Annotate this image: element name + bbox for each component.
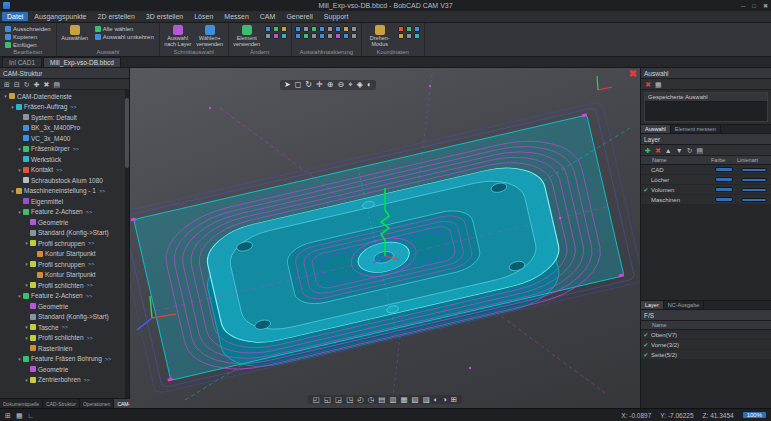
layer-linetype-swatch[interactable] [741,168,767,172]
layer-row[interactable]: Löcher [641,175,771,185]
selection-tab-element-messen[interactable]: Element messen [671,125,721,133]
tree-item[interactable]: Standard (Konfig->Start) [0,312,129,323]
ribbon-grid-button-11[interactable] [319,33,325,39]
ribbon-grid-button-2[interactable] [281,26,287,32]
tree-item[interactable]: ▾Fräsen-Auftrag>> [0,102,129,113]
status-snap-icon[interactable]: ⊞ [5,412,11,419]
tree-item[interactable]: BK_3x_M400Pro [0,123,129,134]
ribbon-grid-button-2[interactable] [311,26,317,32]
tree-item[interactable]: ▾Kontakt>> [0,165,129,176]
layer-delete-icon[interactable]: ✖ [655,147,661,154]
layer-up-icon[interactable]: ▲ [665,147,672,154]
panel-tab-operationen[interactable]: Operationen [80,399,115,408]
tree-expander-icon[interactable]: ▾ [16,356,23,362]
ribbon-grid-button-0[interactable] [265,26,271,32]
tree-item[interactable]: ▾Profil schlichten>> [0,280,129,291]
tree-item[interactable]: Schraubstock Alum 1080 [0,175,129,186]
layer-color-swatch[interactable] [715,167,733,172]
layer-linetype-swatch[interactable] [741,198,767,202]
rotate-cw-icon[interactable]: ◷ [368,396,375,404]
layer-tab-nc-ausgabe[interactable]: NC-Ausgabe [664,301,705,309]
tree-collapse-all-icon[interactable]: ⊟ [14,81,20,88]
tree-expander-icon[interactable]: ▾ [23,282,30,288]
tree-scrollbar[interactable] [125,90,129,398]
minimize-button[interactable]: ─ [741,3,745,9]
fs-check-icon[interactable]: ✔ [641,351,651,358]
section-icon[interactable]: ▨ [423,396,430,404]
tree-item[interactable]: Werkstück [0,154,129,165]
shaded-icon[interactable]: ▦ [401,396,408,404]
layer-linetype-swatch[interactable] [741,188,767,192]
tree-scrollbar-thumb[interactable] [125,98,129,168]
viewport-3d[interactable]: ➤◻↻✛⊕⊖⌖◈◐ ✖ ◰◱◲◳◴◷▤▥▦▧▨◐◑⊞ [130,68,640,408]
zoom-fit-icon[interactable]: ⌖ [348,81,353,89]
ribbon-grid-button-14[interactable] [343,33,349,39]
menu-item-2d-erstellen[interactable]: 2D erstellen [93,12,140,21]
panel-tab-cad-struktur[interactable]: CAD-Struktur [43,399,80,408]
ribbon-grid-button-5[interactable] [335,26,341,32]
tree-expander-icon[interactable]: ▾ [2,93,9,99]
ribbon-grid-button-3[interactable] [319,26,325,32]
layer-options-icon[interactable]: ▤ [697,147,704,154]
tree-item[interactable]: ▾Tasche>> [0,322,129,333]
fs-row[interactable]: ✔Vorne(3/2) [641,340,771,350]
fs-row[interactable]: ✔Oben(V7) [641,330,771,340]
ribbon-button-auswahl-nach-layer[interactable]: Auswahl nach Layer [163,24,193,49]
close-button[interactable]: ✖ [763,2,768,9]
view-cube-icon[interactable]: ◈ [357,81,363,89]
layer-check-icon[interactable]: ✔ [641,186,651,193]
panel-tab-dokumentquelle[interactable]: Dokumentquelle [0,399,43,408]
ribbon-button-auswahl-umkehren[interactable]: Auswahl umkehren [93,33,156,40]
tree-item[interactable]: VC_3x_M400 [0,133,129,144]
ribbon-grid-button-15[interactable] [351,33,357,39]
menu-item-generell[interactable]: Generell [281,12,317,21]
ribbon-grid-button-4[interactable] [327,26,333,32]
fs-check-icon[interactable]: ✔ [641,341,651,348]
fs-row[interactable]: ✔Seite(5/2) [641,350,771,360]
tree-item[interactable]: ▾Feature 2-Achsen>> [0,291,129,302]
ribbon-grid-button-9[interactable] [303,33,309,39]
tree-item[interactable]: Rasterlinien [0,343,129,354]
menu-item-messen[interactable]: Messen [219,12,254,21]
ribbon-grid-button-8[interactable] [295,33,301,39]
layer-linetype-swatch[interactable] [741,178,767,182]
clear-selection-icon[interactable]: ✖ [645,81,651,88]
ribbon-button-ausschneiden[interactable]: Ausschneiden [3,25,53,32]
tree-refresh-icon[interactable]: ↻ [24,81,30,88]
ribbon-grid-button-13[interactable] [335,33,341,39]
menu-item-cam[interactable]: CAM [255,12,281,21]
tree-expander-icon[interactable]: ▾ [16,167,23,173]
tree-expander-icon[interactable]: ▾ [9,188,16,194]
ribbon-grid-button-12[interactable] [327,33,333,39]
tree-expand-all-icon[interactable]: ⊞ [4,81,10,88]
status-ortho-icon[interactable]: ∟ [28,412,35,419]
tree-item[interactable]: Kontur Startpunkt [0,270,129,281]
menu-item-3d-erstellen[interactable]: 3D erstellen [141,12,188,21]
tree-expander-icon[interactable]: ▾ [16,293,23,299]
hidden-line-icon[interactable]: ▥ [389,396,396,404]
tree-add-icon[interactable]: ✚ [34,81,40,88]
tree-item[interactable]: Geometrie [0,217,129,228]
tree-expander-icon[interactable]: ▾ [9,104,16,110]
maximize-button[interactable]: □ [752,3,756,9]
ribbon-grid-button-0[interactable] [398,26,404,32]
menu-item-support[interactable]: Support [319,12,354,21]
ribbon-grid-button-4[interactable] [406,33,412,39]
tree-item[interactable]: ▾CAM-Datendienste [0,91,129,102]
hatch-icon[interactable]: ▧ [412,396,419,404]
tree-item[interactable]: ▾Profil schruppen>> [0,259,129,270]
ribbon-button-wählen-verwenden-layer[interactable]: Wählen+ verwenden Layer [195,24,225,49]
ribbon-grid-button-5[interactable] [281,33,287,39]
ribbon-button-einfügen[interactable]: Einfügen [3,41,53,48]
tree-item[interactable]: ▾Feature Fräsen Bohrung>> [0,354,129,365]
tree-item[interactable]: Geometrie [0,301,129,312]
grid-toggle-icon[interactable]: ⊞ [451,396,457,404]
document-tab-mill-exp-vso-db-bbcd[interactable]: Mill_Exp-vso-DB.bbcd [43,57,121,67]
ribbon-grid-button-1[interactable] [406,26,412,32]
view-right-icon[interactable]: ◲ [335,396,342,404]
menu-item-datei[interactable]: Datei [2,12,28,21]
fs-check-icon[interactable]: ✔ [641,331,651,338]
ribbon-grid-button-10[interactable] [311,33,317,39]
layer-row[interactable]: CAD [641,165,771,175]
ribbon-grid-button-3[interactable] [265,33,271,39]
